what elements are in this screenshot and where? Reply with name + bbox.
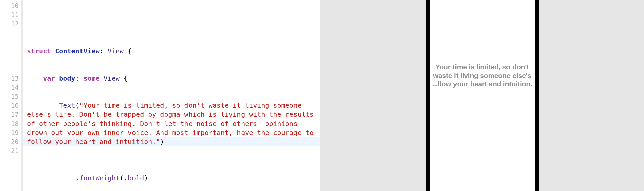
code-content-area[interactable]: struct ContentView: View { var body: som…	[23, 0, 320, 191]
line-number: 12	[0, 19, 23, 74]
line-number: 19	[0, 128, 23, 137]
line-number: 21	[0, 146, 23, 155]
code-line[interactable]: var body: some View {	[27, 74, 320, 83]
preview-pane: Your time is limited, so don't waste it …	[320, 0, 644, 191]
device-screen: Your time is limited, so don't waste it …	[430, 63, 535, 88]
line-number: 14	[0, 83, 23, 92]
line-gutter: 10 11 12 13 14 15 16 17 18 19 20 21	[0, 0, 23, 191]
preview-line: waste it living someone else's	[433, 71, 531, 79]
line-number: 20	[0, 137, 23, 146]
line-number: 13	[0, 74, 23, 83]
line-number: 16	[0, 101, 23, 110]
preview-line: ...llow your heart and intuition.	[432, 80, 532, 88]
line-number: 18	[0, 119, 23, 128]
code-editor-pane[interactable]: 10 11 12 13 14 15 16 17 18 19 20 21 stru…	[0, 0, 320, 191]
line-number: 15	[0, 92, 23, 101]
code-line[interactable]: .fontWeight(.bold)	[27, 174, 320, 183]
line-number: 10	[0, 1, 23, 10]
code-line[interactable]: struct ContentView: View {	[27, 47, 320, 56]
device-frame: Your time is limited, so don't waste it …	[426, 0, 539, 191]
line-number: 11	[0, 10, 23, 19]
line-number: 17	[0, 110, 23, 119]
code-line[interactable]: Text("Your time is limited, so don't was…	[27, 101, 320, 155]
preview-line: Your time is limited, so don't	[435, 63, 529, 71]
preview-text-output: Your time is limited, so don't waste it …	[432, 63, 532, 88]
